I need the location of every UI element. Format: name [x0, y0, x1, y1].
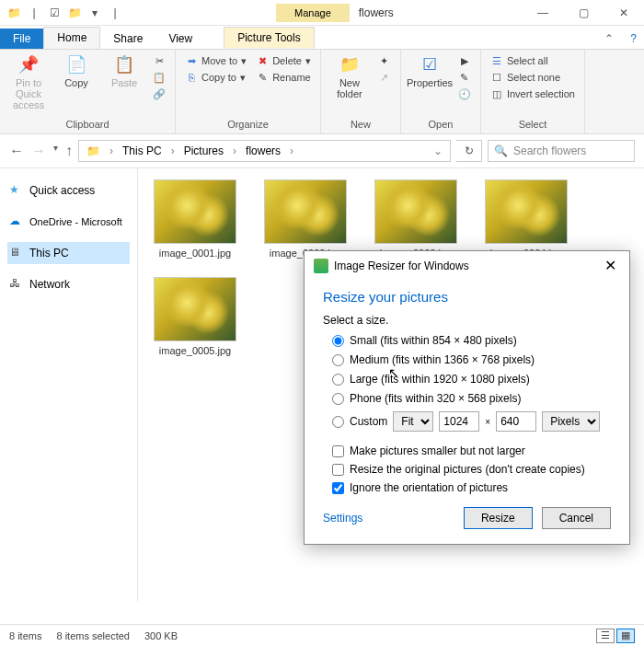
sidebar-item-this-pc[interactable]: 🖥 This PC: [7, 242, 130, 264]
path-icon: 📋: [153, 71, 166, 84]
check-orientation[interactable]: Ignore the orientation of pictures: [332, 481, 611, 494]
dialog-close-button[interactable]: ✕: [601, 257, 620, 274]
tab-home[interactable]: Home: [43, 27, 100, 49]
refresh-button[interactable]: ↻: [456, 140, 482, 162]
copy-button[interactable]: 📄 Copy: [55, 53, 98, 88]
back-button[interactable]: ←: [9, 143, 24, 159]
qat-checkbox-icon[interactable]: ☑: [46, 5, 63, 21]
breadcrumb-folder-icon: 📁: [83, 143, 104, 159]
paste-button[interactable]: 📋 Paste: [103, 53, 145, 88]
height-input[interactable]: [496, 411, 536, 432]
tab-share[interactable]: Share: [100, 29, 155, 49]
list-item[interactable]: image_0001.jpg: [149, 179, 241, 259]
delete-button[interactable]: ✖Delete ▾: [254, 53, 313, 68]
list-item[interactable]: image_0003.jpg: [370, 179, 462, 259]
properties-icon: ☑: [419, 53, 441, 75]
times-icon: ×: [485, 417, 490, 427]
breadcrumb-sep[interactable]: ›: [106, 143, 117, 159]
sidebar-item-onedrive[interactable]: ☁ OneDrive - Microsoft: [7, 211, 130, 233]
move-to-button[interactable]: ➡Move to ▾: [183, 53, 248, 68]
help-icon[interactable]: ?: [623, 29, 644, 49]
view-details-button[interactable]: ☰: [596, 629, 615, 643]
radio-custom[interactable]: [332, 416, 344, 428]
close-button[interactable]: ✕: [604, 0, 644, 26]
search-input[interactable]: 🔍 Search flowers: [488, 140, 635, 162]
new-item-button[interactable]: ✦: [376, 53, 393, 68]
dialog-heading: Resize your pictures: [323, 289, 611, 305]
list-item[interactable]: image_0004.jpg: [480, 179, 572, 259]
cancel-button[interactable]: Cancel: [542, 507, 611, 529]
radio-small[interactable]: Small (fits within 854 × 480 pixels): [332, 334, 611, 347]
search-placeholder: Search flowers: [513, 144, 586, 157]
sidebar-item-quick-access[interactable]: ★ Quick access: [7, 179, 130, 202]
check-shrink-only[interactable]: Make pictures smaller but not larger: [332, 444, 611, 457]
breadcrumb-this-pc[interactable]: This PC: [119, 143, 166, 159]
qat-divider: |: [26, 5, 42, 21]
search-icon: 🔍: [494, 144, 508, 157]
delete-icon: ✖: [256, 54, 269, 67]
breadcrumb-pictures[interactable]: Pictures: [180, 143, 227, 159]
breadcrumb-flowers[interactable]: flowers: [242, 143, 284, 159]
selectall-icon: ☰: [490, 54, 503, 67]
paste-shortcut-button[interactable]: 🔗: [151, 87, 167, 101]
copy-to-button[interactable]: ⎘Copy to ▾: [183, 70, 248, 85]
radio-phone[interactable]: Phone (fits within 320 × 568 pixels): [332, 392, 611, 405]
open-button[interactable]: ▶: [456, 53, 473, 68]
list-item[interactable]: image_0005.jpg: [149, 277, 241, 356]
cut-button[interactable]: ✂: [151, 53, 167, 68]
shortcut-icon: 🔗: [153, 87, 166, 100]
newitem-icon: ✦: [378, 54, 391, 67]
group-new-label: New: [328, 119, 393, 130]
easy-access-button[interactable]: ↗: [376, 70, 393, 85]
select-all-button[interactable]: ☰Select all: [489, 53, 577, 68]
minimize-button[interactable]: —: [523, 0, 563, 26]
edit-button[interactable]: ✎: [456, 70, 473, 85]
new-folder-icon: 📁: [339, 53, 361, 75]
dialog-instruction: Select a size.: [323, 314, 611, 327]
network-icon: 🖧: [9, 277, 24, 292]
recent-dropdown[interactable]: ▾: [53, 143, 58, 159]
breadcrumb[interactable]: 📁 › This PC › Pictures › flowers › ⌄: [78, 140, 451, 162]
sidebar-item-network[interactable]: 🖧 Network: [7, 273, 130, 295]
select-none-button[interactable]: ☐Select none: [489, 70, 577, 85]
pin-button[interactable]: 📌 Pin to Quick access: [7, 53, 50, 110]
list-item[interactable]: image_0002.jpg: [259, 179, 351, 259]
pin-icon: 📌: [17, 53, 40, 75]
thumbnail-icon: [485, 179, 568, 244]
rename-button[interactable]: ✎Rename: [254, 70, 313, 85]
tab-view[interactable]: View: [155, 29, 205, 49]
tab-picture-tools[interactable]: Picture Tools: [224, 27, 314, 49]
width-input[interactable]: [439, 411, 479, 432]
qat-chevron-icon[interactable]: ▾: [86, 5, 103, 21]
thumbnail-icon: [374, 179, 457, 244]
fit-mode-select[interactable]: Fit: [393, 411, 433, 432]
invert-selection-button[interactable]: ◫Invert selection: [489, 87, 577, 101]
properties-button[interactable]: ☑ Properties: [408, 53, 451, 88]
view-thumb-button[interactable]: ▦: [616, 629, 635, 643]
unit-select[interactable]: Pixels: [542, 411, 600, 432]
radio-large[interactable]: Large (fits within 1920 × 1080 pixels): [332, 373, 611, 386]
history-button[interactable]: 🕘: [456, 87, 473, 101]
copy-path-button[interactable]: 📋: [151, 70, 167, 85]
maximize-button[interactable]: ▢: [563, 0, 604, 26]
check-overwrite[interactable]: Resize the original pictures (don't crea…: [332, 463, 611, 476]
up-button[interactable]: ↑: [65, 143, 73, 159]
tab-file[interactable]: File: [0, 29, 43, 49]
folder-icon-2: 📁: [66, 5, 83, 21]
window-title: flowers: [359, 6, 394, 19]
settings-link[interactable]: Settings: [323, 512, 362, 525]
radio-medium[interactable]: Medium (fits within 1366 × 768 pixels): [332, 353, 611, 366]
status-size: 300 KB: [144, 630, 178, 641]
thumbnail-icon: [264, 179, 347, 244]
breadcrumb-dropdown-icon[interactable]: ⌄: [430, 143, 446, 159]
new-folder-button[interactable]: 📁 New folder: [328, 53, 371, 99]
dialog-title: Image Resizer for Windows: [334, 260, 595, 272]
group-open-label: Open: [408, 119, 473, 130]
collapse-ribbon-icon[interactable]: ⌃: [595, 29, 623, 49]
app-icon: [314, 259, 328, 273]
forward-button[interactable]: →: [31, 143, 46, 159]
easyaccess-icon: ↗: [378, 71, 391, 84]
resize-button[interactable]: Resize: [464, 507, 533, 529]
history-icon: 🕘: [458, 87, 471, 100]
copy-icon: 📄: [65, 53, 87, 75]
